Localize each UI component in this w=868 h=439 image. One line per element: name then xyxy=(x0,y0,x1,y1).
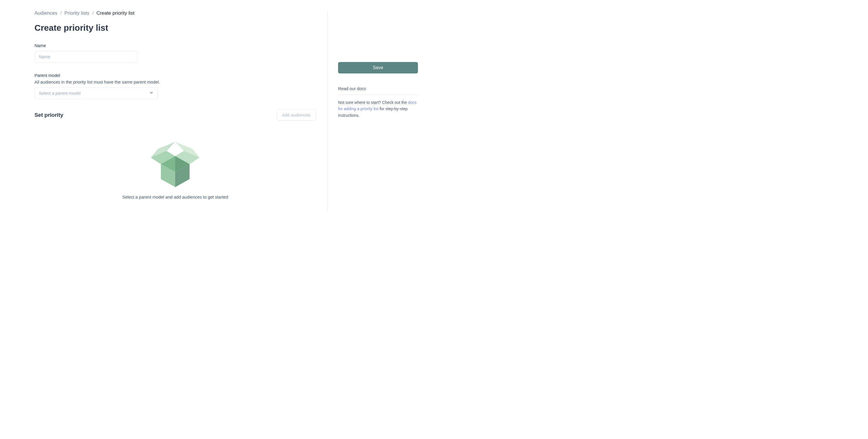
save-button[interactable]: Save xyxy=(338,62,418,73)
add-audiences-button[interactable]: Add audiences xyxy=(277,109,316,121)
breadcrumb-separator: / xyxy=(60,10,61,16)
main-content: Audiences / Priority lists / Create prio… xyxy=(34,10,316,211)
sidebar: Save Read our docs Not sure where to sta… xyxy=(328,10,420,211)
breadcrumb-audiences[interactable]: Audiences xyxy=(34,10,57,16)
docs-text-before: Not sure where to start? Check out the xyxy=(338,100,408,105)
breadcrumb-priority-lists[interactable]: Priority lists xyxy=(64,10,89,16)
docs-text: Not sure where to start? Check out the d… xyxy=(338,99,420,119)
breadcrumb-current: Create priority list xyxy=(96,10,134,16)
set-priority-heading: Set priority xyxy=(34,112,63,118)
empty-box-icon xyxy=(147,139,204,188)
name-field-block: Name xyxy=(34,43,316,63)
parent-model-select[interactable]: Select a parent model xyxy=(34,87,158,99)
parent-model-helper: All audiences in the priority list must … xyxy=(34,79,316,85)
name-input[interactable] xyxy=(34,51,138,63)
name-label: Name xyxy=(34,43,316,48)
docs-heading: Read our docs xyxy=(338,86,420,95)
empty-state: Select a parent model and add audiences … xyxy=(34,127,316,211)
parent-model-placeholder: Select a parent model xyxy=(39,91,81,96)
breadcrumb: Audiences / Priority lists / Create prio… xyxy=(34,10,316,16)
empty-state-message: Select a parent model and add audiences … xyxy=(122,195,228,199)
set-priority-header: Set priority Add audiences xyxy=(34,109,316,121)
chevron-down-icon xyxy=(149,90,154,96)
parent-model-label: Parent model xyxy=(34,73,316,78)
breadcrumb-separator: / xyxy=(92,10,94,16)
page-title: Create priority list xyxy=(34,23,316,33)
parent-model-field-block: Parent model All audiences in the priori… xyxy=(34,73,316,99)
